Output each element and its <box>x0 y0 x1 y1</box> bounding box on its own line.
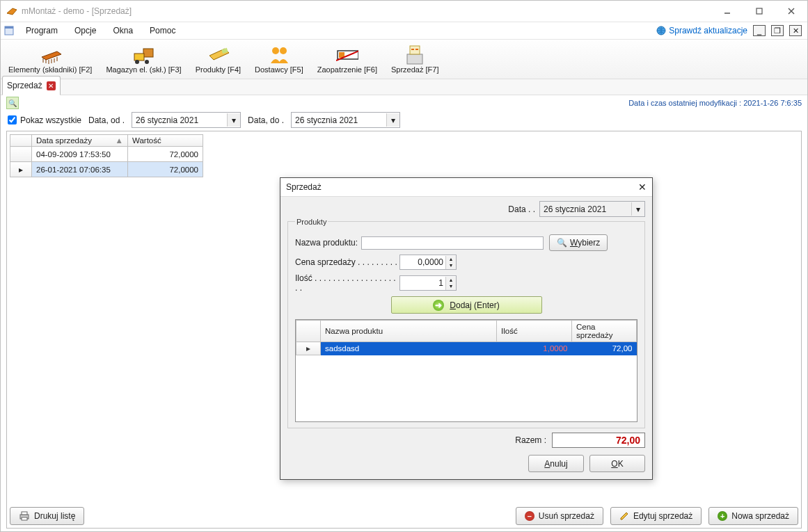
search-icon: 🔍 <box>557 238 567 248</box>
print-button[interactable]: Drukuj listę <box>10 507 84 525</box>
card-icon <box>207 45 229 65</box>
svg-rect-5 <box>5 26 13 29</box>
svg-point-19 <box>280 47 287 54</box>
chevron-down-icon[interactable]: ▾ <box>386 113 399 127</box>
toolbar-products[interactable]: Produkty [F4] <box>189 40 247 79</box>
main-toolbar: Elementy (składniki) [F2] Magazyn el. (s… <box>1 40 807 79</box>
search-icon[interactable]: 🔍 <box>6 97 19 109</box>
price-input[interactable]: 0,0000 ▲▼ <box>399 255 457 270</box>
products-grid[interactable]: Nazwa produktu Ilość Cena sprzedaży ▸ sa… <box>296 320 637 355</box>
toolbar-supply[interactable]: Zaopatrzenie [F6] <box>311 40 383 79</box>
svg-rect-30 <box>22 517 27 520</box>
pencil-icon <box>619 511 629 521</box>
chevron-down-icon[interactable]: ▾ <box>631 202 644 216</box>
svg-rect-1 <box>756 8 762 14</box>
col-value[interactable]: Wartość <box>128 135 203 147</box>
svg-rect-26 <box>411 49 414 50</box>
svg-rect-13 <box>143 49 153 57</box>
people-icon <box>268 45 290 65</box>
battery-icon <box>336 45 358 65</box>
table-row[interactable]: ▸ 26-01-2021 07:06:35 72,0000 <box>10 162 203 177</box>
spin-up-icon[interactable]: ▲ <box>446 256 456 263</box>
toolbar-warehouse[interactable]: Magazyn el. (skł.) [F3] <box>100 40 187 79</box>
table-row[interactable]: 04-09-2009 17:53:50 72,0000 <box>10 147 203 162</box>
spin-down-icon[interactable]: ▼ <box>446 283 456 290</box>
svg-rect-14 <box>134 54 144 61</box>
spin-up-icon[interactable]: ▲ <box>446 277 456 284</box>
chip-icon <box>39 45 61 65</box>
col-qty[interactable]: Ilość <box>497 321 572 342</box>
col-price[interactable]: Cena sprzedaży <box>572 321 637 342</box>
menu-opcje[interactable]: Opcje <box>66 23 104 38</box>
minus-icon: – <box>525 511 534 521</box>
product-name-label: Nazwa produktu: <box>295 238 361 248</box>
check-updates-link[interactable]: Sprawdź aktualizacje <box>656 26 747 35</box>
spin-down-icon[interactable]: ▼ <box>446 262 456 269</box>
svg-rect-29 <box>22 512 27 515</box>
new-button[interactable]: + Nowa sprzedaż <box>708 507 798 525</box>
date-to-label: Data, do . <box>248 115 284 125</box>
tab-close-icon[interactable]: ✕ <box>47 81 56 90</box>
sale-dialog: Sprzedaż ✕ Data . . 26 stycznia 2021 ▾ P… <box>280 177 653 480</box>
svg-rect-27 <box>415 49 418 50</box>
qty-input[interactable]: 1 ▲▼ <box>399 275 457 291</box>
menu-pomoc[interactable]: Pomoc <box>141 23 184 38</box>
sales-grid[interactable]: Data sprzedaży ▲ Wartość 04-09-2009 17:5… <box>10 134 203 177</box>
sum-value: 72,00 <box>552 433 645 448</box>
edit-button[interactable]: Edytuj sprzedaż <box>610 507 702 525</box>
titlebar: mMontaż - demo - [Sprzedaż] <box>1 1 807 22</box>
mdi-minimize-button[interactable]: ‗ <box>753 25 766 36</box>
maximize-button[interactable] <box>743 1 775 22</box>
register-icon <box>404 45 426 65</box>
toolbar-sales[interactable]: Sprzedaż [F7] <box>385 40 445 79</box>
delete-button[interactable]: – Usuń sprzedaż <box>516 507 603 525</box>
forklift-icon <box>133 45 155 65</box>
table-row[interactable]: ▸ sadsdasd 1,0000 72,00 <box>296 342 637 355</box>
ok-button[interactable]: OK <box>589 455 645 472</box>
close-button[interactable] <box>775 1 807 22</box>
globe-icon <box>656 26 666 35</box>
products-group: Produkty Nazwa produktu: 🔍 Wybierz Cena … <box>287 221 645 428</box>
price-label: Cena sprzedaży . . . . . . . . . <box>295 257 399 267</box>
window-title: mMontaż - demo - [Sprzedaż] <box>22 6 132 16</box>
date-from-label: Data, od . <box>88 115 125 125</box>
svg-point-18 <box>272 47 279 54</box>
menu-program[interactable]: Program <box>17 23 66 38</box>
toolbar-suppliers[interactable]: Dostawcy [F5] <box>248 40 310 79</box>
svg-rect-24 <box>407 54 422 64</box>
filter-bar: Pokaz wszystkie Data, od . 26 stycznia 2… <box>2 109 806 131</box>
mdi-close-button[interactable]: ✕ <box>789 25 802 36</box>
dialog-title: Sprzedaż <box>286 182 322 192</box>
printer-icon <box>19 511 30 521</box>
date-from-input[interactable]: 26 stycznia 2021 ▾ <box>132 112 241 128</box>
document-tabs: Sprzedaż ✕ <box>1 79 807 95</box>
qty-label: Ilość . . . . . . . . . . . . . . . . . … <box>295 273 399 293</box>
app-menu-icon[interactable] <box>1 22 17 39</box>
last-modified-label: Data i czas ostatniej modyfikacji : 2021… <box>628 99 802 107</box>
choose-button[interactable]: 🔍 Wybierz <box>549 234 608 251</box>
menu-okna[interactable]: Okna <box>104 23 141 38</box>
add-button[interactable]: ➜ Dodaj (Enter) <box>391 296 542 314</box>
col-name[interactable]: Nazwa produktu <box>321 321 497 342</box>
date-to-input[interactable]: 26 stycznia 2021 ▾ <box>291 112 400 128</box>
cancel-button[interactable]: Anuluj <box>528 455 584 472</box>
chevron-down-icon[interactable]: ▾ <box>227 113 240 127</box>
svg-point-16 <box>145 60 149 64</box>
dlg-date-label: Data . . <box>508 204 535 214</box>
product-name-input[interactable] <box>361 236 544 250</box>
mdi-restore-button[interactable]: ❐ <box>771 25 784 36</box>
col-date[interactable]: Data sprzedaży ▲ <box>32 135 128 147</box>
menubar: Program Opcje Okna Pomoc Sprawdź aktuali… <box>1 22 807 40</box>
minimize-button[interactable] <box>711 1 743 22</box>
tab-sales[interactable]: Sprzedaż ✕ <box>2 76 61 95</box>
dlg-date-input[interactable]: 26 stycznia 2021 ▾ <box>539 201 645 217</box>
plus-icon: + <box>718 511 727 521</box>
show-all-checkbox[interactable]: Pokaz wszystkie <box>8 115 81 125</box>
add-icon: ➜ <box>433 300 444 311</box>
sum-label: Razem : <box>515 435 546 445</box>
svg-point-15 <box>135 60 139 64</box>
dialog-close-icon[interactable]: ✕ <box>638 182 647 193</box>
toolbar-components[interactable]: Elementy (składniki) [F2] <box>2 40 98 79</box>
app-icon <box>6 7 17 15</box>
